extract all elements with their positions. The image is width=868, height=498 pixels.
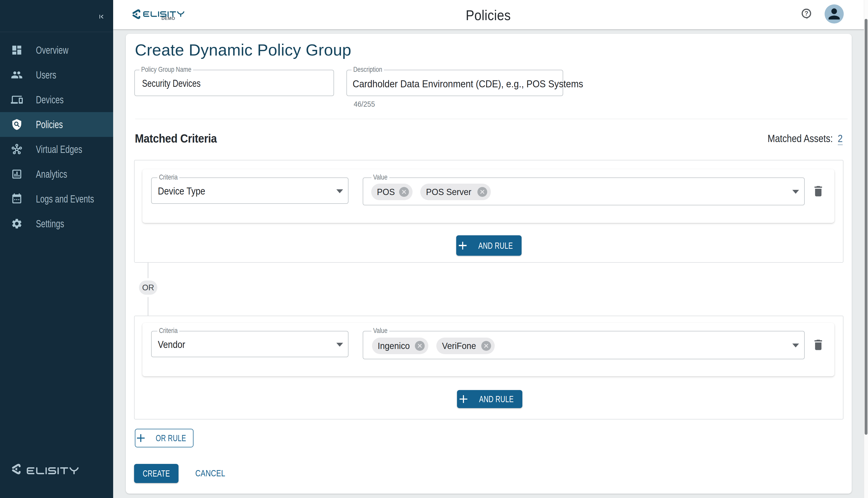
svg-text:?: ? (804, 10, 808, 17)
